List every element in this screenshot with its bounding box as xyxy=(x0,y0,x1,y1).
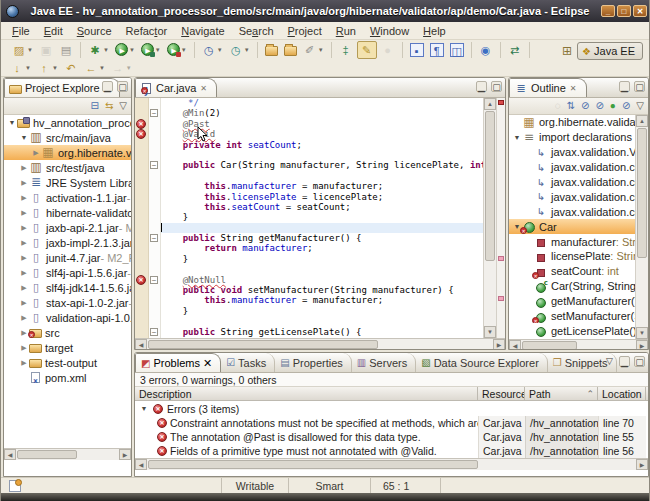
open-perspective-button[interactable]: ⊞ xyxy=(562,44,572,58)
outline-item[interactable]: javax.validation.constr xyxy=(509,204,635,219)
new-wizard-button[interactable]: ▨▼ xyxy=(10,42,35,58)
view-menu-icon[interactable]: ▽ xyxy=(604,356,615,367)
collapsed-arrow-icon[interactable]: ▶ xyxy=(31,149,41,157)
collapse-fold-icon[interactable]: – xyxy=(150,109,158,117)
menu-run[interactable]: Run xyxy=(329,23,363,39)
code-line[interactable]: @Past xyxy=(161,119,483,129)
project-explorer-item[interactable]: ▼src/main/java xyxy=(4,130,131,145)
maximize-button[interactable]: □ xyxy=(617,5,631,17)
show-frame-toggle-button[interactable]: ◫ xyxy=(448,42,466,58)
tab-data-source-explorer[interactable]: ▧Data Source Explorer xyxy=(416,353,548,372)
editor-hscrollbar[interactable]: ◀ ▶ xyxy=(135,338,505,350)
expanded-arrow-icon[interactable]: ▼ xyxy=(19,134,29,141)
perspective-java-ee-button[interactable]: ❖ Java EE xyxy=(577,42,643,60)
tab-problems[interactable]: ◩Problems✕ xyxy=(135,353,221,372)
close-tab-icon[interactable]: ✕ xyxy=(200,84,207,93)
column-header-path[interactable]: Path⌃ xyxy=(525,387,598,400)
show-whitespace-toggle-button[interactable]: ¶ xyxy=(428,42,446,58)
back-button[interactable]: ←▼ xyxy=(82,60,107,76)
outline-hscrollbar[interactable]: ◀ ▶ xyxy=(509,339,648,350)
tab-outline[interactable]: ≣ Outline ✕ xyxy=(509,78,587,97)
code-line[interactable] xyxy=(161,264,483,274)
code-line[interactable]: public Car(String manufacturer, String l… xyxy=(161,160,483,170)
close-tab-icon[interactable]: ✕ xyxy=(203,357,212,370)
code-line[interactable]: @Min(2) xyxy=(161,108,483,118)
link-with-editor-button[interactable]: ⇆ xyxy=(105,99,113,113)
collapsed-arrow-icon[interactable]: ▶ xyxy=(19,314,29,322)
menu-source[interactable]: Source xyxy=(70,23,119,39)
project-explorer-item[interactable]: ▶JRE System Library [java xyxy=(4,175,131,190)
plug-button[interactable]: ‡ xyxy=(337,42,355,58)
previous-annotation-button[interactable]: ↑▼ xyxy=(35,60,60,76)
code-line[interactable]: */ xyxy=(161,98,483,108)
collapse-fold-icon[interactable]: – xyxy=(150,234,158,242)
hide-static-button[interactable]: ⊘ xyxy=(595,99,603,113)
error-overview-marker[interactable] xyxy=(498,100,504,105)
project-explorer-item[interactable]: ▶hibernate-validator-4.0.jar - M2 xyxy=(4,205,131,220)
code-line[interactable]: } xyxy=(161,254,483,264)
collapsed-arrow-icon[interactable]: ▶ xyxy=(19,269,29,277)
tab-servers[interactable]: ▥Servers xyxy=(352,353,416,372)
outline-item[interactable]: licensePlate : String xyxy=(509,249,635,264)
next-annotation-button[interactable]: ↓▼ xyxy=(8,60,33,76)
project-explorer-item[interactable]: ▶validation-api-1.0.0.GA xyxy=(4,310,131,325)
outline-item[interactable]: ✕seatCount : int xyxy=(509,264,635,279)
outline-item[interactable]: org.hibernate.validator.ap xyxy=(509,115,635,130)
external-tools-button[interactable]: ▼ xyxy=(165,42,189,57)
project-explorer-item[interactable]: ▶jaxb-api-2.1.jar - M2_P xyxy=(4,220,131,235)
minimize-view-button[interactable]: ▁ xyxy=(619,356,630,367)
outline-item[interactable]: javax.validation.constr xyxy=(509,160,635,175)
minimize-editor-button[interactable]: ▁ xyxy=(476,81,487,92)
project-explorer-item[interactable]: ▶target xyxy=(4,340,131,355)
code-line[interactable]: this.seatCount = seatCount; xyxy=(161,202,483,212)
code-line[interactable]: this.manufacturer = manufacturer; xyxy=(161,181,483,191)
debug-button[interactable]: ✱▼ xyxy=(86,42,111,58)
import-folder-button[interactable] xyxy=(263,43,280,57)
project-explorer-item[interactable]: ▶org.hibernate.validator.ap.demo xyxy=(4,145,131,160)
menu-file[interactable]: File xyxy=(5,23,37,39)
tab-car-java[interactable]: ✕ Car.java ✕ xyxy=(135,78,217,97)
outline-item[interactable]: ▼import declarations xyxy=(509,130,635,145)
error-marker-icon[interactable]: ✕ xyxy=(136,275,146,285)
project-explorer-item[interactable]: ▶✕src xyxy=(4,325,131,340)
collapse-fold-icon[interactable]: – xyxy=(150,328,158,336)
collapse-fold-icon[interactable]: – xyxy=(150,276,158,284)
collapsed-arrow-icon[interactable]: ▶ xyxy=(19,239,29,247)
problems-group-row[interactable]: ▼ ✕ Errors (3 items) xyxy=(135,401,648,416)
maximize-view-button[interactable]: ▢ xyxy=(634,81,645,92)
collapsed-arrow-icon[interactable]: ▶ xyxy=(19,209,29,217)
problem-row[interactable]: ✕Constraint annotations must not be spec… xyxy=(135,416,648,430)
code-line[interactable]: } xyxy=(161,212,483,222)
outline-item[interactable]: javax.validation.Valid xyxy=(509,145,635,160)
project-explorer-item[interactable]: ▶slf4j-jdk14-1.5.6.jar - M xyxy=(4,280,131,295)
expand-arrow-icon[interactable]: ▼ xyxy=(139,405,149,412)
project-explorer-item[interactable]: ▶stax-api-1.0-2.jar - M2 xyxy=(4,295,131,310)
mark-occurrences-button[interactable]: ✎ xyxy=(357,41,377,59)
menu-refactor[interactable]: Refactor xyxy=(119,23,175,39)
outline-item[interactable]: getManufacturer() : String xyxy=(509,294,635,309)
column-header-description[interactable]: Description xyxy=(135,387,478,400)
collapsed-arrow-icon[interactable]: ▶ xyxy=(19,224,29,232)
minimize-button[interactable]: _ xyxy=(601,5,615,17)
code-line[interactable]: public void setManufacturer(String manuf… xyxy=(161,285,483,295)
error-marker-icon[interactable]: ✕ xyxy=(136,119,146,129)
editor-vscrollbar[interactable]: ▲ ▼ xyxy=(483,98,496,338)
project-explorer-item[interactable]: ▶jaxb-impl-2.1.3.jar - M xyxy=(4,235,131,250)
dot-button[interactable]: ● xyxy=(379,42,397,58)
title-bar[interactable]: Java EE - hv_annotation_processor_demo/s… xyxy=(1,0,650,22)
save-button[interactable]: ▣ xyxy=(37,42,55,58)
occurrence-marker[interactable] xyxy=(498,296,504,301)
project-explorer-item[interactable]: ▼hv_annotation_processor_demo xyxy=(4,115,131,130)
problem-row[interactable]: ✕Fields of a primitive type must not ann… xyxy=(135,444,648,458)
menu-search[interactable]: Search xyxy=(232,23,281,39)
project-explorer-item[interactable]: pom.xml xyxy=(4,370,131,385)
team-sync-button[interactable]: ⇄ xyxy=(506,42,524,58)
outline-item[interactable]: javax.validation.constr xyxy=(509,175,635,190)
code-line[interactable]: @NotNull xyxy=(161,275,483,285)
close-tab-icon[interactable]: ✕ xyxy=(570,84,577,93)
view-menu-button[interactable]: ▽ xyxy=(636,99,644,113)
collapsed-arrow-icon[interactable]: ▶ xyxy=(19,254,29,262)
code-line[interactable]: @Valid xyxy=(161,129,483,139)
collapse-fold-icon[interactable]: – xyxy=(150,161,158,169)
current-line[interactable] xyxy=(161,223,483,233)
